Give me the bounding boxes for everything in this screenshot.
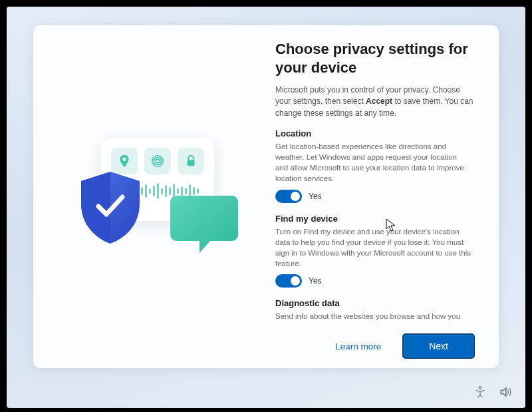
setting-desc: Get location-based experiences like dire… — [275, 141, 471, 184]
privacy-settings-card: Choose privacy settings for your device … — [33, 25, 499, 368]
svg-point-5 — [479, 387, 481, 389]
svg-point-2 — [154, 157, 162, 164]
next-button[interactable]: Next — [402, 333, 475, 359]
footer-actions: Learn more Next — [275, 324, 479, 359]
learn-more-link[interactable]: Learn more — [329, 336, 388, 357]
system-tray — [473, 385, 512, 401]
setting-location: Location Get location-based experiences … — [275, 128, 471, 202]
setting-diagnostic-data: Diagnostic data Send info about the webs… — [275, 298, 471, 324]
fingerprint-icon — [144, 148, 171, 174]
content-pane: Choose privacy settings for your device … — [275, 25, 499, 368]
page-title: Choose privacy settings for your device — [275, 40, 479, 77]
oobe-desktop: Choose privacy settings for your device … — [7, 7, 525, 408]
toggle-label: Yes — [309, 276, 322, 286]
illustration-pane — [33, 25, 275, 368]
chat-bubble-icon — [168, 190, 247, 257]
location-toggle[interactable] — [275, 190, 302, 203]
svg-rect-4 — [188, 160, 195, 166]
setting-title: Find my device — [275, 214, 471, 224]
setting-title: Location — [275, 128, 471, 138]
settings-scroll[interactable]: Location Get location-based experiences … — [275, 128, 483, 324]
intro-text-bold: Accept — [366, 97, 392, 106]
setting-desc: Send info about the websites you browse … — [275, 311, 471, 324]
setting-title: Diagnostic data — [275, 298, 471, 308]
svg-point-0 — [122, 157, 126, 161]
toggle-label: Yes — [309, 192, 322, 201]
privacy-illustration — [68, 130, 241, 264]
find-my-device-toggle[interactable] — [275, 274, 302, 288]
lock-icon — [178, 148, 204, 174]
setting-desc: Turn on Find my device and use your devi… — [275, 226, 471, 269]
volume-icon[interactable] — [499, 385, 512, 401]
svg-point-3 — [156, 159, 160, 163]
page-intro: Microsoft puts you in control of your pr… — [275, 85, 479, 119]
shield-check-icon — [77, 169, 144, 248]
setting-find-my-device: Find my device Turn on Find my device an… — [275, 214, 471, 288]
accessibility-icon[interactable] — [473, 385, 487, 401]
